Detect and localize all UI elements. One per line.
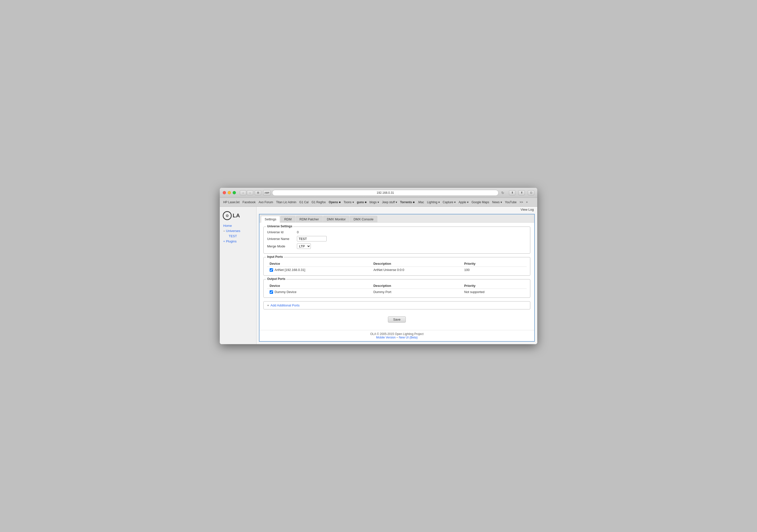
logo-text: LA — [233, 212, 240, 219]
title-bar: ‹ › ⊞ ABP ↻ ⬇ ⬆ ⊡ — [220, 188, 537, 198]
universe-id-row: Universe Id 0 — [267, 230, 527, 234]
sidebar-item-universes[interactable]: Universes — [226, 229, 240, 233]
nav-more[interactable]: >> — [519, 200, 524, 204]
nav-google-maps[interactable]: Google Maps — [470, 200, 490, 204]
save-row: Save — [263, 313, 530, 326]
nav-add[interactable]: + — [525, 200, 529, 204]
universe-settings-section: Universe Settings Universe Id 0 Universe… — [263, 227, 530, 254]
refresh-button[interactable]: ↻ — [500, 190, 505, 196]
input-device-checkbox[interactable] — [270, 268, 273, 272]
output-device-label: Dummy Device — [275, 290, 296, 294]
nav-opens[interactable]: Opens ■ — [328, 200, 342, 204]
output-ports-content: Device Description Priority — [264, 279, 530, 297]
tab-rdm[interactable]: RDM — [281, 216, 295, 222]
address-bar-area: ABP ↻ — [263, 190, 505, 196]
input-ports-content: Device Description Priority — [264, 257, 530, 275]
nav-buttons: ‹ › — [240, 190, 253, 195]
nav-youtube[interactable]: YouTube — [504, 200, 518, 204]
view-mode-button[interactable]: ⊞ — [255, 190, 261, 195]
nav-jeep-stuff[interactable]: Jeep stuff ▾ — [381, 200, 398, 204]
traffic-lights — [223, 191, 236, 194]
merge-mode-label: Merge Mode — [267, 244, 297, 248]
nav-facebook[interactable]: Facebook — [242, 200, 257, 204]
merge-mode-row: Merge Mode LTP HTP — [267, 243, 527, 249]
content-panel: View Log Settings RDM RDM Patcher DMX Mo… — [257, 207, 537, 344]
tab-settings[interactable]: Settings — [261, 216, 280, 223]
extension-button[interactable]: ABP — [263, 190, 271, 196]
output-device-cell: Dummy Device — [267, 289, 371, 295]
address-input[interactable] — [272, 190, 499, 196]
settings-body: Universe Settings Universe Id 0 Universe… — [259, 223, 534, 330]
input-ports-table: Device Description Priority — [267, 261, 527, 273]
nav-blogs[interactable]: blogs ▾ — [369, 200, 380, 204]
logo-icon: ⊙ — [223, 211, 232, 220]
back-button[interactable]: ‹ — [240, 190, 246, 195]
maximize-button[interactable] — [233, 191, 236, 194]
main-area: ⊙ LA Home − Universes TEST + Plugins Vie… — [220, 207, 537, 344]
output-desc-header: Description — [371, 283, 462, 289]
output-desc-cell: Dummy Port — [371, 289, 462, 295]
share-button[interactable]: ⬆ — [518, 190, 525, 195]
output-ports-title: Output Ports — [266, 277, 286, 281]
browser-nav-bar: HP LaserJet Facebook Avo Forum Titan Lic… — [220, 198, 537, 207]
universe-name-input[interactable] — [297, 236, 327, 241]
merge-mode-select[interactable]: LTP HTP — [297, 243, 311, 249]
nav-lighting[interactable]: Lighting ▾ — [426, 200, 440, 204]
footer-separator: – — [396, 336, 399, 339]
input-device-cell: ArtNet [192.168.0.31] — [267, 267, 371, 273]
sidebar-toggle-button[interactable]: ⊡ — [528, 190, 534, 195]
add-ports-link[interactable]: Add Additional Ports — [271, 303, 300, 307]
universes-toggle[interactable]: − — [223, 229, 225, 233]
nav-mac[interactable]: .Mac — [416, 200, 425, 204]
tab-dmx-console[interactable]: DMX Console — [350, 216, 377, 222]
forward-button[interactable]: › — [247, 190, 253, 195]
input-ports-title: Input Ports — [266, 255, 284, 259]
add-ports-section: + Add Additional Ports — [263, 301, 530, 309]
universe-id-label: Universe Id — [267, 230, 297, 234]
tab-rdm-patcher[interactable]: RDM Patcher — [296, 216, 323, 222]
input-desc-cell: ArtNet Universe 0:0:0 — [371, 267, 462, 273]
close-button[interactable] — [223, 191, 226, 194]
input-port-row: ArtNet [192.168.0.31] ArtNet Universe 0:… — [267, 267, 527, 273]
input-priority-cell: 100 — [462, 267, 527, 273]
nav-news[interactable]: News ▾ — [491, 200, 503, 204]
sidebar: ⊙ LA Home − Universes TEST + Plugins — [220, 207, 257, 344]
title-bar-right: ⬇ ⬆ ⊡ — [507, 190, 534, 195]
output-device-checkbox[interactable] — [270, 290, 273, 294]
nav-titan-lic-admin[interactable]: Titan Lic Admin — [275, 200, 297, 204]
nav-toons[interactable]: Toons ▾ — [343, 200, 355, 204]
sidebar-item-test[interactable]: TEST — [225, 234, 256, 239]
tab-dmx-monitor[interactable]: DMX Monitor — [323, 216, 349, 222]
tab-bar: Settings RDM RDM Patcher DMX Monitor DMX… — [259, 214, 534, 223]
footer-mobile-link[interactable]: Mobile Version — [376, 336, 396, 339]
download-button[interactable]: ⬇ — [509, 190, 515, 195]
output-ports-table: Device Description Priority — [267, 283, 527, 295]
view-log-link[interactable]: View Log — [521, 208, 534, 211]
universe-name-row: Universe Name — [267, 236, 527, 241]
sidebar-item-plugins[interactable]: Plugins — [226, 239, 237, 243]
nav-hp-laserjet[interactable]: HP LaserJet — [222, 200, 241, 204]
input-priority-header: Priority — [462, 261, 527, 267]
input-ports-section: Input Ports Device Description Priority — [263, 257, 530, 276]
plugins-toggle[interactable]: + — [223, 240, 225, 243]
universe-id-value: 0 — [297, 230, 299, 234]
input-desc-header: Description — [371, 261, 462, 267]
nav-apple[interactable]: Apple ▾ — [458, 200, 469, 204]
nav-g1-regfox[interactable]: G1 Regfox — [311, 200, 327, 204]
sidebar-item-home[interactable]: Home — [220, 223, 256, 228]
output-device-header: Device — [267, 283, 371, 289]
nav-guns[interactable]: guns ■ — [356, 200, 368, 204]
universe-settings-content: Universe Id 0 Universe Name Merge Mode L — [264, 227, 530, 253]
footer-new-ui-link[interactable]: New UI (Beta) — [399, 336, 417, 339]
nav-g1-cal[interactable]: G1 Cal — [298, 200, 310, 204]
browser-window: ‹ › ⊞ ABP ↻ ⬇ ⬆ ⊡ HP LaserJet Facebook A… — [220, 188, 537, 344]
universe-settings-title: Universe Settings — [266, 225, 293, 228]
input-device-label: ArtNet [192.168.0.31] — [275, 268, 305, 272]
nav-avo-forum[interactable]: Avo Forum — [258, 200, 274, 204]
nav-capture[interactable]: Capture ▾ — [442, 200, 457, 204]
add-ports-plus-icon: + — [267, 303, 269, 307]
nav-torrents[interactable]: Torrents ■ — [399, 200, 415, 204]
output-priority-header: Priority — [462, 283, 527, 289]
save-button[interactable]: Save — [388, 316, 406, 323]
minimize-button[interactable] — [228, 191, 231, 194]
